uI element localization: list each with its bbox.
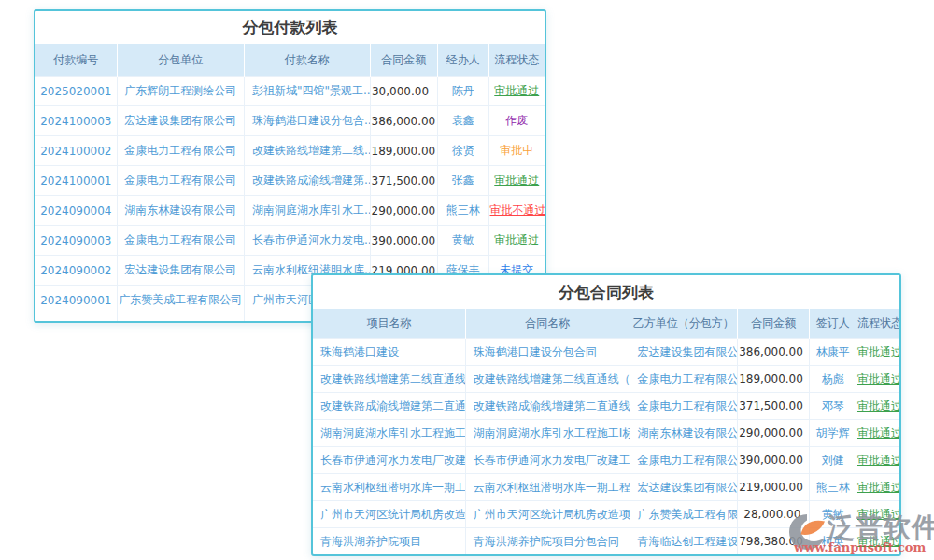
cell-id[interactable]: 2024090003 <box>35 226 117 256</box>
cell-status[interactable]: 作废 <box>488 106 545 136</box>
cell-contract: 长春市伊通河水力发电厂改建工程分包... <box>465 447 630 474</box>
cell-project: 云南水利枢纽潜明水库一期工程... <box>313 474 465 501</box>
cell-status[interactable]: 审批通过 <box>488 77 545 106</box>
cell-project: 长春市伊通河水力发电厂改建工程 <box>313 447 465 474</box>
cell-signer: 邓琴 <box>810 393 856 420</box>
cell-status[interactable]: 审批通过 <box>856 447 899 474</box>
table-row[interactable]: 2024100002金康电力工程有限公司改建铁路线增建第二线...189,000… <box>35 136 545 166</box>
table-row[interactable]: 广州市天河区统计局机房改造项目广州市天河区统计局机房改造项目分包...广东赞美成… <box>313 501 899 528</box>
contract-window-title: 分包合同列表 <box>313 275 899 309</box>
cell-amount: 189,000.00 <box>370 136 437 166</box>
cell-amount: 371,500.00 <box>738 393 810 420</box>
cell-amount: 390,000.00 <box>370 226 437 256</box>
cell-contract: 改建铁路成渝线增建第二直通线（成渝... <box>465 393 630 420</box>
table-row[interactable]: 成都能源建设集团投资有限公司...成都能源建设集团投资有限公司临时办...康源达… <box>313 555 899 557</box>
table-row[interactable]: 改建铁路线增建第二线直通线（...改建铁路线增建第二线直通线（成都-西...金康… <box>313 366 899 393</box>
column-header-payment-name: 付款名称 <box>244 44 370 77</box>
payment-window-title: 分包付款列表 <box>35 11 545 44</box>
cell-unit: 广东赞美成工程有限公司 <box>117 286 244 315</box>
table-row[interactable]: 2024100003宏达建设集团有限公司珠海鹤港口建设分包合...386,000… <box>35 106 545 136</box>
cell-contract: 改建铁路线增建第二线直通线（成都-西... <box>465 366 630 393</box>
contract-header-row: 项目名称 合同名称 乙方单位（分包方） 合同金额 签订人 流程状态 <box>313 309 899 339</box>
cell-amount: 30,000.00 <box>370 77 437 106</box>
cell-signer: 柯英 <box>810 528 856 555</box>
cell-amount: 219,000.00 <box>738 474 810 501</box>
cell-unit: 金康电力工程有限公司 <box>630 393 738 420</box>
cell-id[interactable]: 2024090001 <box>35 286 117 315</box>
column-header-project-name: 项目名称 <box>313 309 465 339</box>
cell-project: 成都能源建设集团投资有限公司... <box>313 555 465 557</box>
cell-project: 广州市天河区统计局机房改造项目 <box>313 501 465 528</box>
cell-status[interactable]: 审批通过 <box>856 366 899 393</box>
cell-unit: 广东辉朗工程测绘公司 <box>117 77 244 106</box>
cell-status[interactable]: 审批不通过 <box>488 196 545 226</box>
contract-list-window: 分包合同列表 项目名称 合同名称 乙方单位（分包方） 合同金额 签订人 流程状态… <box>311 273 901 556</box>
cell-unit: 宏达建设集团有限公司 <box>630 339 738 366</box>
table-row[interactable]: 2024100001金康电力工程有限公司改建铁路成渝线增建第...371,500… <box>35 166 545 196</box>
table-row[interactable]: 珠海鹤港口建设珠海鹤港口建设分包合同宏达建设集团有限公司386,000.00林康… <box>313 339 899 366</box>
cell-project: 珠海鹤港口建设 <box>313 339 465 366</box>
table-row[interactable]: 长春市伊通河水力发电厂改建工程长春市伊通河水力发电厂改建工程分包...金康电力工… <box>313 447 899 474</box>
column-header-handler: 经办人 <box>438 44 489 77</box>
cell-contract: 云南水利枢纽潜明水库一期工程施工I标... <box>465 474 630 501</box>
cell-amount: 290,000.00 <box>738 420 810 447</box>
cell-contract: 成都能源建设集团投资有限公司临时办... <box>465 555 630 557</box>
cell-status[interactable]: 审批中 <box>488 136 545 166</box>
cell-id[interactable]: 2024090004 <box>35 196 117 226</box>
cell-amount: 112,778.00 <box>738 555 810 557</box>
payment-header-row: 付款编号 分包单位 付款名称 合同金额 经办人 流程状态 <box>35 44 545 77</box>
cell-signer: 熊三林 <box>810 474 856 501</box>
cell-handler: 黄敏 <box>438 226 489 256</box>
cell-unit: 宏达建设集团有限公司 <box>630 474 738 501</box>
cell-id[interactable]: 2024090002 <box>35 256 117 286</box>
cell-signer: 柯英 <box>810 555 856 557</box>
cell-status[interactable]: 审批通过 <box>856 528 899 555</box>
cell-unit: 宏达建设集团有限公司 <box>117 106 244 136</box>
table-row[interactable]: 湖南洞庭湖水库引水工程施工I标湖南洞庭湖水库引水工程施工I标分包合同湖南东林建设… <box>313 420 899 447</box>
cell-status[interactable]: 审批通过 <box>488 226 545 256</box>
cell-id[interactable]: 2024100002 <box>35 136 117 166</box>
cell-id[interactable]: 2024070004 <box>35 315 117 324</box>
cell-project: 青海洪湖养护院项目 <box>313 528 465 555</box>
cell-status[interactable]: 审批通过 <box>488 166 545 196</box>
cell-status[interactable]: 审批通过 <box>856 501 899 528</box>
cell-amount: 189,000.00 <box>738 366 810 393</box>
cell-unit: 宏达建设集团有限公司 <box>117 256 244 286</box>
cell-id[interactable]: 2024100003 <box>35 106 117 136</box>
table-row[interactable]: 改建铁路成渝线增建第二直通线...改建铁路成渝线增建第二直通线（成渝...金康电… <box>313 393 899 420</box>
cell-handler: 张鑫 <box>438 166 489 196</box>
table-row[interactable]: 青海洪湖养护院项目青海洪湖养护院项目分包合同青海临达创工程建设...798,38… <box>313 528 899 555</box>
cell-name: 改建铁路成渝线增建第... <box>244 166 370 196</box>
cell-amount: 386,000.00 <box>370 106 437 136</box>
cell-status[interactable]: 审批通过 <box>856 420 899 447</box>
table-row[interactable]: 云南水利枢纽潜明水库一期工程...云南水利枢纽潜明水库一期工程施工I标...宏达… <box>313 474 899 501</box>
cell-amount: 28,000.00 <box>738 501 810 528</box>
cell-status[interactable]: 审批通过 <box>856 555 899 557</box>
cell-contract: 湖南洞庭湖水库引水工程施工I标分包合同 <box>465 420 630 447</box>
cell-status[interactable]: 审批通过 <box>856 339 899 366</box>
column-header-contract-name: 合同名称 <box>465 309 630 339</box>
cell-amount: 798,380.00 <box>738 528 810 555</box>
cell-amount: 290,000.00 <box>370 196 437 226</box>
cell-unit: 金康电力工程有限公司 <box>117 136 244 166</box>
cell-status[interactable]: 审批通过 <box>856 474 899 501</box>
cell-name: 彭祖新城"四馆"景观工... <box>244 77 370 106</box>
table-row[interactable]: 2025020001广东辉朗工程测绘公司彭祖新城"四馆"景观工...30,000… <box>35 77 545 106</box>
cell-id[interactable]: 2025020001 <box>35 77 117 106</box>
cell-amount: 371,500.00 <box>370 166 437 196</box>
table-row[interactable]: 2024090004湖南东林建设有限公司湖南洞庭湖水库引水工...290,000… <box>35 196 545 226</box>
cell-project: 改建铁路成渝线增建第二直通线... <box>313 393 465 420</box>
cell-unit: 青海临达创工程建设有... <box>117 315 244 324</box>
cell-unit: 广东赞美成工程有限... <box>630 501 738 528</box>
cell-amount: 386,000.00 <box>738 339 810 366</box>
cell-signer: 刘健 <box>810 447 856 474</box>
cell-status[interactable]: 审批通过 <box>856 393 899 420</box>
cell-unit: 金康电力工程有限公司 <box>117 226 244 256</box>
table-row[interactable]: 2024090003金康电力工程有限公司长春市伊通河水力发电...390,000… <box>35 226 545 256</box>
cell-id[interactable]: 2024100001 <box>35 166 117 196</box>
contract-table: 项目名称 合同名称 乙方单位（分包方） 合同金额 签订人 流程状态 珠海鹤港口建… <box>313 309 899 556</box>
cell-unit: 康源达工程有限公司 <box>630 555 738 557</box>
cell-unit: 金康电力工程有限公司 <box>630 366 738 393</box>
cell-handler: 徐贤 <box>438 136 489 166</box>
cell-signer: 胡学辉 <box>810 420 856 447</box>
